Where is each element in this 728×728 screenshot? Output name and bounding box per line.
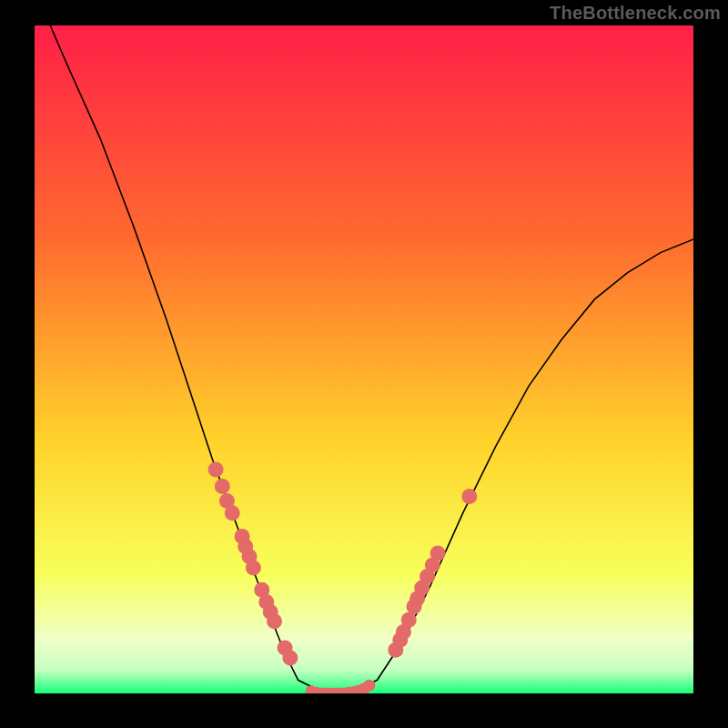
plot-area	[35, 25, 693, 693]
data-point	[208, 462, 224, 478]
data-point	[225, 505, 240, 521]
data-point	[246, 561, 261, 576]
data-point	[267, 613, 282, 629]
chart-container: TheBottleneck.com	[0, 0, 728, 728]
bottleneck-chart	[35, 25, 693, 693]
data-point	[363, 680, 375, 692]
data-point	[215, 479, 230, 494]
data-point	[430, 545, 446, 561]
data-point	[401, 612, 417, 628]
gradient-background	[35, 25, 693, 693]
attribution-text: TheBottleneck.com	[550, 3, 721, 24]
data-point	[461, 489, 477, 504]
data-point	[282, 651, 298, 666]
